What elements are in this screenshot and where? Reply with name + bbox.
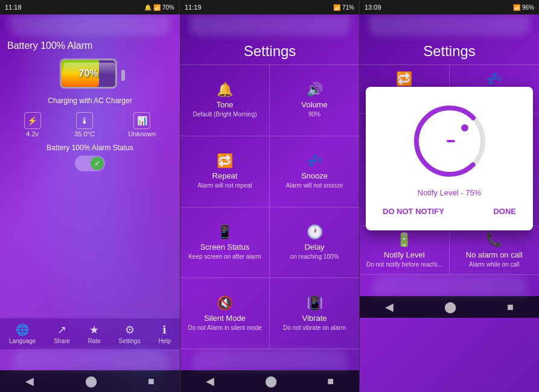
- repeat-label: Repeat: [212, 171, 238, 180]
- screen1-content: Battery 100% Alarm 70% Charging with AC …: [0, 36, 180, 318]
- status-icons-3: 📶 96%: [513, 4, 534, 11]
- settings-tone[interactable]: 🔔 Tone Default (Bright Morning): [180, 65, 270, 136]
- voltage-icon: ⚡: [24, 112, 41, 129]
- no-alarm-call-label: No alarm on call: [466, 250, 523, 259]
- snooze-icon: 💤: [307, 153, 323, 169]
- status-section-3: 13:09 📶 96%: [359, 0, 539, 14]
- battery-icon-container: 70%: [7, 58, 173, 92]
- notify-level-cell-label: Notify Level: [384, 250, 425, 259]
- dialog-buttons: DO NOT NOTIFY DONE: [378, 204, 521, 218]
- back-button-3[interactable]: ◀: [375, 298, 403, 316]
- stat-temperature: 🌡 35.0°C: [74, 112, 95, 138]
- screen3-repeat-icon: 🔁: [396, 71, 412, 87]
- time-3: 13:09: [365, 4, 381, 11]
- nav-bar-2: ◀ ⬤ ■: [180, 370, 359, 392]
- vibrate-sublabel: Do not vibrate on alarm: [283, 324, 346, 332]
- silent-label: Silent Mode: [204, 314, 246, 323]
- temperature-icon: 🌡: [76, 112, 93, 129]
- settings-screen-status[interactable]: 📱 Screen Status Keep screen on after ala…: [180, 207, 270, 279]
- back-button-2[interactable]: ◀: [196, 372, 224, 390]
- settings-snooze[interactable]: 💤 Snooze Alarm will not snooze: [270, 136, 359, 207]
- health-icon: 📊: [133, 112, 150, 129]
- settings-grid: 🔔 Tone Default (Bright Morning) 🔊 Volume…: [180, 65, 359, 349]
- app-title: Battery 100% Alarm: [7, 40, 173, 51]
- status-icons-1: 🔔 📶 70%: [144, 4, 174, 11]
- volume-label: Volume: [301, 100, 327, 109]
- tone-sublabel: Default (Bright Morning): [193, 110, 257, 118]
- tone-icon: 🔔: [217, 82, 233, 98]
- battery-3: 96%: [522, 4, 534, 11]
- screen3-bottom-row: 🔋 Notify Level Do not notify before reac…: [360, 226, 539, 275]
- status-icons-2: 📶 71%: [333, 4, 354, 11]
- wifi-icon-3: 📶: [513, 4, 520, 11]
- stat-health: 📊 Unknown: [128, 112, 156, 138]
- dial-container: [378, 99, 521, 183]
- recents-button-3[interactable]: ■: [497, 299, 523, 316]
- settings-title: Settings: [180, 36, 359, 65]
- time-1: 11:18: [5, 4, 22, 11]
- home-button-2[interactable]: ⬤: [255, 372, 287, 390]
- delay-label: Delay: [304, 242, 324, 251]
- notify-level-icon: 🔋: [396, 232, 412, 248]
- done-button[interactable]: DONE: [488, 204, 521, 218]
- battery-body: 70%: [60, 58, 117, 89]
- screen1-blur-bottom: [12, 349, 168, 370]
- alarm-toggle[interactable]: ✓: [75, 156, 105, 171]
- wifi-icon: 📶: [153, 4, 161, 11]
- screen-battery-alarm: Battery 100% Alarm 70% Charging with AC …: [0, 14, 180, 392]
- svg-point-2: [461, 124, 468, 131]
- settings-silent[interactable]: 🔇 Silent Mode Do not Alarm in silent mod…: [180, 278, 270, 349]
- screen3-blur-top: [369, 14, 530, 36]
- screen-status-sublabel: Keep screen on after alarm: [188, 253, 261, 261]
- sound-icon: 🔔: [144, 4, 151, 11]
- delay-icon: 🕐: [307, 224, 323, 240]
- screen3-snooze-icon: 💤: [486, 71, 502, 87]
- repeat-sublabel: Alarm will not repeat: [197, 182, 252, 189]
- screen1-blur-top: [9, 14, 171, 36]
- vibrate-label: Vibrate: [302, 314, 327, 323]
- voltage-value: 4.2v: [26, 130, 39, 138]
- silent-sublabel: Do not Alarm in silent mode: [188, 324, 261, 332]
- screen-status-label: Screen Status: [200, 242, 250, 251]
- vibrate-icon: 📳: [307, 296, 323, 311]
- svg-rect-3: [447, 140, 455, 142]
- settings-delay[interactable]: 🕐 Delay on reaching 100%: [270, 207, 359, 279]
- status-section-2: 11:19 📶 71%: [179, 0, 359, 14]
- nav-bar-3: ◀ ⬤ ■: [360, 296, 539, 318]
- toggle-knob: ✓: [91, 157, 104, 170]
- screen3-no-alarm-call[interactable]: 📞 No alarm on call Alarm while on call: [450, 226, 540, 275]
- battery-tip: [121, 70, 125, 81]
- screen3-title: Settings: [360, 36, 539, 65]
- dial-svg[interactable]: [407, 99, 492, 183]
- snooze-label: Snooze: [301, 171, 328, 180]
- settings-vibrate[interactable]: 📳 Vibrate Do not vibrate on alarm: [270, 278, 359, 349]
- temperature-value: 35.0°C: [74, 130, 95, 138]
- screen2-blur-bottom: [193, 349, 347, 370]
- recents-button-2[interactable]: ■: [317, 373, 343, 390]
- time-2: 11:19: [185, 4, 202, 11]
- repeat-icon: 🔁: [217, 153, 233, 169]
- delay-sublabel: on reaching 100%: [290, 253, 339, 261]
- screen-status-icon: 📱: [217, 224, 233, 240]
- screen3-blur-bottom: [372, 275, 527, 296]
- silent-icon: 🔇: [217, 296, 233, 311]
- status-section-1: 11:18 🔔 📶 70%: [0, 0, 179, 14]
- toggle-row: ✓: [7, 156, 173, 171]
- screen3-notify-level[interactable]: 🔋 Notify Level Do not notify before reac…: [360, 226, 450, 275]
- battery-visual: 70%: [60, 58, 120, 92]
- snooze-sublabel: Alarm will not snooze: [286, 182, 343, 189]
- alarm-status-label: Battery 100% Alarm Status: [7, 144, 173, 152]
- screens-container: Battery 100% Alarm 70% Charging with AC …: [0, 14, 539, 392]
- screen-settings: Settings 🔔 Tone Default (Bright Morning)…: [180, 14, 359, 392]
- home-button-3[interactable]: ⬤: [435, 298, 466, 316]
- notify-level-cell-sublabel: Do not notify before reachi...: [366, 261, 442, 268]
- charging-status: Charging with AC Charger: [7, 96, 173, 105]
- settings-repeat[interactable]: 🔁 Repeat Alarm will not repeat: [180, 136, 270, 207]
- battery-1: 70%: [162, 4, 174, 11]
- settings-volume[interactable]: 🔊 Volume 90%: [270, 65, 359, 136]
- tone-label: Tone: [216, 100, 233, 109]
- do-not-notify-button[interactable]: DO NOT NOTIFY: [378, 204, 449, 218]
- battery-2: 71%: [342, 4, 354, 11]
- no-alarm-call-sublabel: Alarm while on call: [469, 261, 519, 268]
- status-bar: 11:18 🔔 📶 70% 11:19 📶 71% 13:09 📶 96%: [0, 0, 539, 14]
